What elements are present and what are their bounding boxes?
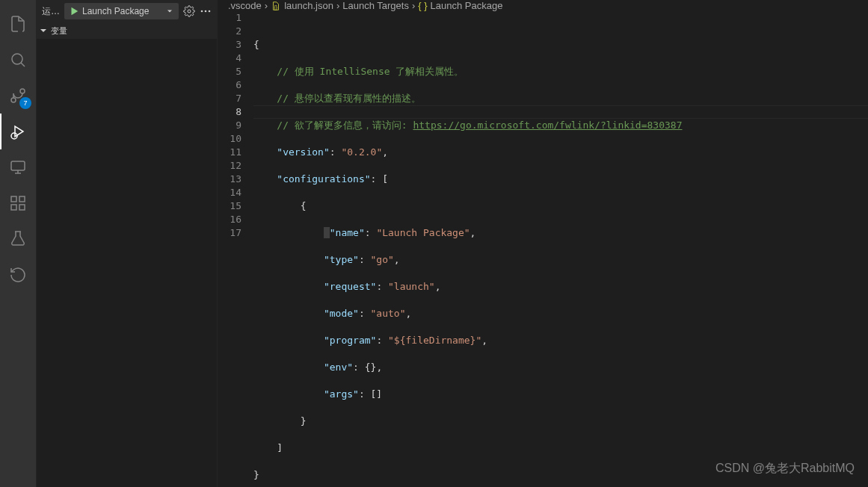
line-number: 10 [218, 132, 241, 146]
line-number: 9 [218, 119, 241, 132]
svg-rect-8 [19, 205, 25, 210]
svg-rect-7 [11, 205, 16, 210]
debug-sidebar: 运… Launch Package 变量 [36, 0, 218, 487]
svg-point-9 [188, 10, 191, 13]
source-control-badge: 7 [19, 97, 31, 109]
source-control-icon[interactable]: 7 [0, 78, 36, 114]
variables-panel [37, 39, 217, 487]
code-content[interactable]: { // 使用 IntelliSense 了解相关属性。 // 悬停以查看现有属… [253, 11, 868, 487]
svg-point-11 [205, 10, 207, 13]
svg-point-10 [201, 10, 203, 13]
testing-icon[interactable] [0, 221, 36, 257]
breadcrumb-symbol-2[interactable]: { } Launch Package [418, 0, 502, 11]
line-number: 7 [218, 92, 241, 105]
breadcrumb-folder[interactable]: .vscode [228, 0, 262, 11]
line-number: 17 [218, 226, 241, 240]
svg-rect-4 [11, 161, 25, 170]
line-number: 13 [218, 173, 241, 186]
search-icon[interactable] [0, 42, 36, 78]
activity-bar: 7 [0, 0, 36, 487]
run-debug-icon[interactable] [0, 114, 36, 149]
current-line-highlight [253, 105, 868, 119]
line-number: 2 [218, 25, 241, 38]
line-number: 8 [218, 105, 241, 119]
line-number: 6 [218, 78, 241, 92]
svg-point-0 [12, 54, 22, 64]
line-number: 1 [218, 11, 241, 25]
extensions-icon[interactable] [0, 185, 36, 221]
explorer-icon[interactable] [0, 6, 36, 42]
launch-config-dropdown[interactable]: Launch Package [64, 3, 179, 19]
line-number: 12 [218, 159, 241, 173]
line-number: 4 [218, 52, 241, 65]
svg-point-1 [20, 89, 25, 93]
more-icon[interactable] [200, 5, 212, 17]
svg-point-2 [11, 98, 16, 102]
breadcrumb-symbol[interactable]: Launch Targets [342, 0, 409, 11]
debug-header: 运… Launch Package [36, 0, 218, 22]
history-icon[interactable] [0, 257, 36, 293]
code-editor[interactable]: 1234567891011121314151617 { // 使用 Intell… [218, 11, 868, 487]
svg-rect-5 [11, 196, 16, 202]
config-selected-label: Launch Package [82, 6, 149, 16]
line-number: 16 [218, 213, 241, 226]
line-number: 14 [218, 186, 241, 199]
run-label: 运… [42, 5, 60, 18]
editor-group: GOmain.go1GOdemo.impl.go1{ }launch.json×… [218, 0, 868, 487]
line-number: 5 [218, 65, 241, 78]
svg-point-12 [209, 10, 211, 13]
variables-section-header[interactable]: 变量 [36, 22, 218, 39]
line-number-gutter: 1234567891011121314151617 [218, 11, 253, 487]
line-number: 11 [218, 146, 241, 159]
svg-text:{}: {} [274, 4, 278, 10]
watermark: CSDN @兔老大RabbitMQ [715, 461, 855, 477]
line-number: 3 [218, 38, 241, 52]
remote-explorer-icon[interactable] [0, 149, 36, 185]
variables-label: 变量 [51, 25, 67, 37]
breadcrumb[interactable]: .vscode › {} launch.json › Launch Target… [218, 0, 868, 11]
line-number: 15 [218, 199, 241, 213]
gear-icon[interactable] [183, 5, 195, 17]
breadcrumb-file[interactable]: {} launch.json [271, 0, 333, 11]
svg-rect-6 [19, 196, 25, 202]
